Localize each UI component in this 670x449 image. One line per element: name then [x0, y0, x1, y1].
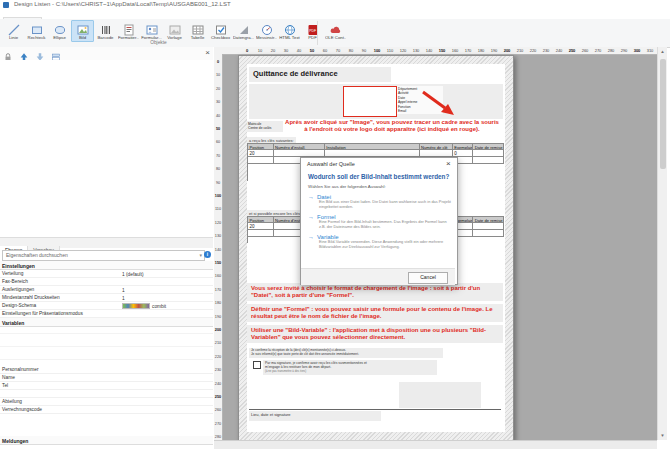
prop-row[interactable]: Tel — [0, 382, 213, 390]
property-search-input[interactable]: Eigenschaften durchsuchen ▾ — [2, 250, 205, 261]
prop-row[interactable]: Mindestanzahl Druckseiten1 — [0, 294, 213, 302]
property-search-text: Eigenschaften durchsuchen — [6, 252, 68, 258]
dialog-title: Auswahl der Quelle — [307, 161, 355, 167]
ruler-number: 280 — [608, 48, 615, 53]
dialog-footer: Cancel — [301, 268, 455, 285]
formatted-text-icon — [118, 21, 139, 35]
lock-icon[interactable] — [2, 48, 14, 59]
objects-panel-toolbar: × — [0, 47, 213, 61]
tool-datengra[interactable]: Datengra... — [232, 20, 255, 42]
prop-label: Tel — [0, 382, 120, 389]
prop-value: 1 — [120, 286, 213, 293]
layers-icon[interactable] — [50, 48, 62, 59]
tool-messinstr[interactable]: Messinstr... — [255, 20, 278, 42]
gauge-icon — [256, 21, 277, 35]
ole-container-icon — [325, 21, 346, 35]
tool-ole-cont[interactable]: OLE Cont... — [324, 20, 347, 42]
prop-row[interactable]: Verrechnungscode — [0, 406, 213, 414]
scroll-up-icon[interactable]: ▲ — [658, 47, 667, 56]
tool-bild[interactable]: Bild — [71, 20, 94, 42]
ruler-number: 230 — [214, 368, 222, 372]
arrow-down-icon[interactable] — [34, 48, 46, 59]
view-tabs: LayoutLayout-VorschauVorschau — [214, 440, 657, 449]
cancel-button[interactable]: Cancel — [408, 272, 448, 284]
prop-row[interactable]: Einstellungen für Präsentationsmodus — [0, 310, 213, 318]
info-icon[interactable]: i — [204, 251, 211, 258]
scrollbar-thumb[interactable] — [660, 59, 666, 169]
prop-row[interactable]: Name — [0, 374, 213, 382]
confirmation-checkbox — [253, 361, 261, 369]
ruler-number: 10 — [258, 48, 262, 53]
dialog-option-variable[interactable]: →VariableEine Bild-Variable verwenden. D… — [308, 234, 451, 250]
table-icon — [187, 21, 208, 35]
close-panel-icon[interactable]: × — [205, 47, 210, 58]
ruler-number: 150 — [214, 261, 222, 265]
tool-ellipse[interactable]: Ellipse — [48, 20, 71, 42]
objects-tree[interactable] — [0, 60, 213, 237]
ruler-number: 60 — [323, 48, 327, 53]
prop-label: Mindestanzahl Druckseiten — [0, 294, 120, 301]
prop-row[interactable]: Verteilung1 (default) — [0, 270, 213, 278]
ribbon-tools: LinieRechteckEllipseBildBarcodeFormatier… — [2, 20, 347, 40]
ruler-number: 80 — [349, 48, 353, 53]
image-frame-object[interactable] — [343, 86, 397, 117]
tool-checkbox[interactable]: Checkbox — [209, 20, 232, 42]
ruler-number: 170 — [214, 288, 222, 292]
table-cell — [473, 150, 504, 157]
left-panel: × EbenenVorschau Eigenschaften durchsuch… — [0, 47, 215, 449]
tool-formular[interactable]: Formular... — [140, 20, 163, 42]
tool-rechteck[interactable]: Rechteck — [25, 20, 48, 42]
ruler-number: 240 — [214, 382, 222, 386]
tool-vorlage[interactable]: Vorlage — [163, 20, 186, 42]
prop-row[interactable]: Design-Schemacombit — [0, 302, 213, 310]
prop-row[interactable]: Abteilung — [0, 398, 213, 406]
red-annotation-paragraphs: Vous serez invité à choisir le format de… — [247, 283, 503, 346]
tool-html-text[interactable]: HTML Text — [278, 20, 301, 42]
table-cell — [248, 157, 274, 164]
ruler-number: 310 — [647, 48, 654, 53]
dialog-option-formel[interactable]: →FormelEine Formel für den Bild-Inhalt b… — [308, 214, 451, 230]
ruler-number: 100 — [374, 48, 381, 53]
arrow-up-icon[interactable] — [18, 48, 30, 59]
tool-linie[interactable]: Linie — [2, 20, 25, 42]
tool-formatier[interactable]: Formatier... — [117, 20, 140, 42]
arrow-right-icon: → — [308, 234, 314, 240]
table-cell — [473, 157, 504, 164]
table-cell — [274, 150, 325, 157]
dialog-close-icon[interactable]: × — [446, 159, 451, 168]
ruler-number: 30 — [214, 100, 222, 104]
logo-annotation-text: Après avoir cliqué sur "Image", vous pou… — [283, 119, 501, 133]
h-ruler: 0102030405060708090100110120130140150160… — [222, 47, 657, 55]
table-cell — [473, 230, 504, 237]
ruler-number: 70 — [336, 48, 340, 53]
line-icon — [3, 21, 24, 35]
scroll-down-icon[interactable]: ▼ — [658, 431, 667, 440]
prop-value: combit — [120, 302, 213, 309]
prop-row[interactable]: Fax-Bereich — [0, 278, 213, 286]
prop-row[interactable]: Ausfertigungen1 — [0, 286, 213, 294]
tool-barcode[interactable]: Barcode — [94, 20, 117, 42]
ruler-number: 220 — [530, 48, 537, 53]
prop-value — [120, 374, 213, 381]
data-graphic-icon — [233, 21, 254, 35]
dialog-option-datei[interactable]: →DateiEin Bild aus einer Datei laden. Di… — [308, 194, 451, 210]
ruler-number: 120 — [400, 48, 407, 53]
signature-label: Lieu, date et signature — [249, 411, 381, 421]
pdf-icon: PDF — [302, 21, 323, 35]
tool-pdf[interactable]: PDFPDF — [301, 20, 324, 42]
table-row[interactable]: 200 — [248, 150, 504, 157]
ruler-number: 90 — [362, 48, 366, 53]
prop-row[interactable]: Personalnummer — [0, 366, 213, 374]
prop-row[interactable] — [0, 390, 213, 398]
ruler-number: 180 — [214, 301, 222, 305]
prop-value — [120, 390, 213, 397]
tool-tabelle[interactable]: Tabelle — [186, 20, 209, 42]
image-source-dialog: Auswahl der Quelle × Wodurch soll der Bi… — [300, 157, 458, 285]
vertical-scrollbar[interactable]: ▲ ▼ — [657, 47, 667, 440]
chevron-down-icon[interactable]: ▾ — [199, 251, 202, 259]
ruler-number: 0 — [246, 48, 248, 53]
option-description: Ein Bild aus einer Datei laden. Die Date… — [319, 200, 451, 210]
ruler-number: 170 — [465, 48, 472, 53]
ruler-number: 0 — [214, 60, 222, 64]
left-field: Centre de coûts — [248, 126, 282, 130]
